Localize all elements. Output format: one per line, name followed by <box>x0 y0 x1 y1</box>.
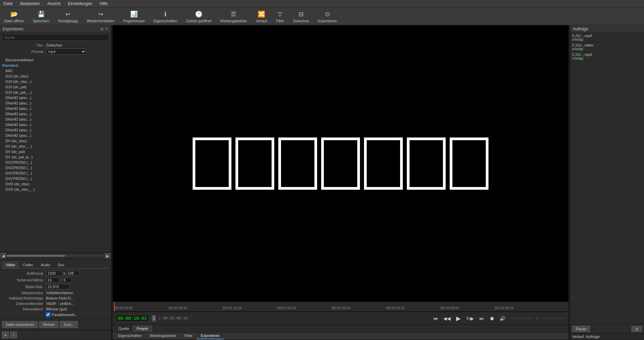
resolution-h-input[interactable] <box>66 271 80 276</box>
preset-dnxhd-8[interactable]: DNxHD (atsc...) <box>0 133 111 138</box>
save-icon: 💾 <box>37 10 45 18</box>
toolbar-eigenschaften[interactable]: ℹ Eigenschaften <box>152 9 179 24</box>
preset-dvcpro50-3[interactable]: DVCPRO50 (...) <box>0 171 111 176</box>
tab-quelle[interactable]: Quelle <box>115 326 133 332</box>
menu-bearbeiten[interactable]: Bearbeiten <box>19 1 41 7</box>
stop-btn[interactable]: ⏹ <box>488 315 496 322</box>
toolbar-zuletzt-geoeffnet[interactable]: 🕐 Zuletzt geöffnet <box>185 9 213 24</box>
meter-icon: 📊 <box>130 10 138 18</box>
tab-exportieren[interactable]: Exportieren <box>197 333 224 339</box>
toolbar-zeitachse[interactable]: ⊟ Zeitachse <box>291 9 310 24</box>
preset-dvd-ntsc[interactable]: DVD (dv_ntsc) <box>0 181 111 187</box>
preset-dvd-ntsc2[interactable]: DVD (dv_ntsc_...) <box>0 187 111 192</box>
resolution-w-input[interactable] <box>46 271 63 276</box>
preset-dv-ntsc2[interactable]: DV (dv_ntsc_...) <box>0 144 111 149</box>
film-frame-1 <box>193 137 231 190</box>
preset-dvcpro50-4[interactable]: DVCPRO50 (...) <box>0 176 111 181</box>
preset-dv-pal2[interactable]: DV (dv_pal_w...) <box>0 154 111 160</box>
preset-aac[interactable]: AAC <box>0 68 111 73</box>
pause-btn[interactable]: Pause <box>572 326 590 332</box>
preset-dnxhd-5[interactable]: DNxHD (atsc...) <box>0 117 111 122</box>
toolbar-wiederherstellen[interactable]: ↪ Wiederherstellen <box>85 9 116 24</box>
menu-icon-btn[interactable]: ☰ <box>632 326 642 332</box>
scroll-right-btn[interactable]: ▶ <box>105 253 110 258</box>
tab-sonstiges[interactable]: Son <box>54 261 68 268</box>
remove-preset-btn[interactable]: - <box>10 332 17 338</box>
verlauf-tab[interactable]: Verlauf <box>572 335 584 339</box>
format-row: Format mp4 <box>2 49 109 55</box>
toolbar-filter[interactable]: ▽ Filter <box>275 9 285 24</box>
format-select[interactable]: mp4 <box>46 49 86 55</box>
toolbar-wiedergabeliste[interactable]: ☰ Wiedergabeliste <box>219 9 248 24</box>
tab-eigenschaften[interactable]: Eigenschaften <box>114 333 146 339</box>
toolbar: 📂 Datei öffnen 💾 Speichern ↩ Rückgängig … <box>0 8 644 25</box>
preset-standard-category[interactable]: Standard <box>0 63 111 68</box>
fps-label: Bilder/Sek. <box>2 285 46 289</box>
preset-dnxhd-3[interactable]: DNxHD (atsc...) <box>0 106 111 111</box>
field-order-value: Bottom Field Fi... <box>46 296 109 300</box>
tab-audio[interactable]: Audio <box>37 261 54 268</box>
step-back-btn[interactable]: ◀◀ <box>442 315 452 322</box>
play-btn[interactable]: ▶ <box>455 314 462 323</box>
toolbar-speichern[interactable]: 💾 Speichern <box>31 9 51 24</box>
presets-scrollbar[interactable]: ◀ ▶ <box>0 252 111 259</box>
tab-filter[interactable]: Filter <box>180 333 197 339</box>
go-end-btn[interactable]: ⏭ <box>478 315 485 322</box>
tab-codec[interactable]: Codec <box>19 261 37 268</box>
datei-exportieren-btn[interactable]: Datei exportieren <box>2 321 38 328</box>
fps-input[interactable] <box>46 284 69 289</box>
preset-d10-pal2[interactable]: D10 (dv_pal_...) <box>0 90 111 95</box>
preset-benutzerdefiniert[interactable]: Benutzerdefiniert <box>0 57 111 63</box>
ruler-mark-3: |00:01:59:24 <box>277 306 296 310</box>
settings-tabs: Video Codec Audio Son <box>2 261 109 269</box>
preset-dvcpro50-1[interactable]: DVCPRO50 (...) <box>0 160 111 165</box>
preset-dnxhd-2[interactable]: DNxHD (atsc...) <box>0 100 111 106</box>
tab-video[interactable]: Video <box>2 261 19 268</box>
timeline-ruler: |00:00:00:00 |00:00:39:24 |00:01:19:24 |… <box>113 302 568 312</box>
tab-wiedergabeliste[interactable]: Wiedergabeliste <box>146 333 180 339</box>
preset-dv-pal[interactable]: DV (dv_pal) <box>0 149 111 154</box>
panel-pin-icon[interactable]: ⊞ <box>100 27 104 31</box>
menu-einstellungen[interactable]: Einstellungen <box>66 1 93 7</box>
preset-dnxhd-7[interactable]: DNxHD (atsc...) <box>0 127 111 133</box>
stream-btn[interactable]: Stream <box>39 321 58 328</box>
time-down-btn[interactable]: ▼ <box>152 318 156 321</box>
resolution-row: Auflösung x <box>2 271 109 276</box>
preset-d10-ntsc2[interactable]: D10 (dv_ntsc...) <box>0 79 111 84</box>
panel-close-icon[interactable]: ✕ <box>105 27 108 31</box>
add-preset-btn[interactable]: + <box>2 332 9 338</box>
preset-dnxhd-1[interactable]: DNxHD (atsc...) <box>0 95 111 100</box>
toolbar-rueckgaengig[interactable]: ↩ Rückgängig <box>57 9 79 24</box>
tab-projekt[interactable]: Projekt <box>133 326 152 332</box>
go-start-btn[interactable]: ⏮ <box>432 315 439 322</box>
auftraege-item-name-2: C:/Us...video <box>572 43 642 47</box>
timeline-icon: ⊟ <box>297 10 305 18</box>
scroll-left-btn[interactable]: ◀ <box>1 253 6 258</box>
preset-d10-pal[interactable]: D10 (dv_pal) <box>0 84 111 90</box>
volume-btn[interactable]: 🔊 <box>498 315 507 322</box>
preset-dnxhd-4[interactable]: DNxHD (atsc...) <box>0 111 111 117</box>
playhead[interactable] <box>114 302 115 311</box>
preset-dnxhd-6[interactable]: DNxHD (atsc...) <box>0 122 111 127</box>
aspect-h-input[interactable] <box>62 277 72 283</box>
toolbar-datei-oeffnen[interactable]: 📂 Datei öffnen <box>3 9 25 24</box>
preset-dvcpro50-2[interactable]: DVCPRO50 (...) <box>0 165 111 171</box>
parallel-label: Parallelverarb... <box>52 313 78 317</box>
menu-datei[interactable]: Datei <box>2 1 14 7</box>
preset-dv-ntsc[interactable]: DV (dv_ntsc) <box>0 138 111 144</box>
auftraege-tab[interactable]: Aufträge <box>586 335 600 339</box>
menu-ansicht[interactable]: Ansicht <box>46 1 62 7</box>
cancel-btn[interactable]: Zurü... <box>60 321 78 328</box>
aspect-w-input[interactable] <box>46 277 59 283</box>
scrollbar-horizontal[interactable] <box>7 255 104 257</box>
search-input[interactable] <box>2 34 109 41</box>
filter-icon: ▽ <box>276 10 284 18</box>
right-time-2: --:--:--:-- <box>541 316 566 320</box>
preset-d10-ntsc[interactable]: D10 (dv_ntsc) <box>0 73 111 79</box>
play-loop-btn[interactable]: ↻▶ <box>465 315 475 322</box>
parallel-checkbox[interactable] <box>46 312 50 317</box>
toolbar-pegelmesser[interactable]: 📊 Pegelmesser <box>122 9 146 24</box>
toolbar-exportieren[interactable]: ⊙ Exportieren <box>316 9 338 24</box>
menu-hilfe[interactable]: Hilfe <box>98 1 109 7</box>
toolbar-verlauf[interactable]: 🔀 Verlauf <box>254 9 269 24</box>
